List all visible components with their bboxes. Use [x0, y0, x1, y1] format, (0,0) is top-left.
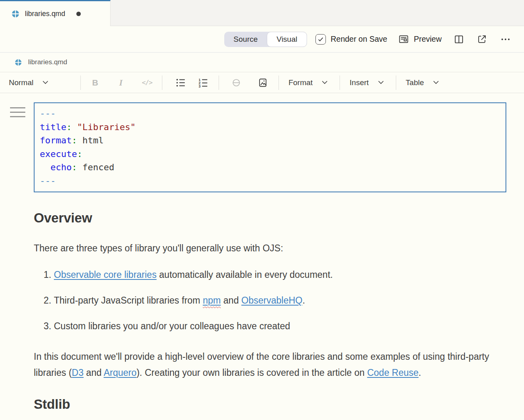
- image-button[interactable]: [258, 77, 268, 88]
- breadcrumb: libraries.qmd: [0, 53, 524, 72]
- drag-handle-icon[interactable]: [10, 107, 25, 120]
- yaml-line: echo: fenced: [40, 161, 500, 174]
- list-item: Third-party JavaScript libraries from np…: [54, 295, 506, 306]
- insert-menu[interactable]: Insert: [350, 78, 384, 87]
- italic-button[interactable]: I: [119, 77, 123, 88]
- text-run: and: [84, 367, 104, 378]
- inline-link[interactable]: Code Reuse: [367, 367, 419, 378]
- inline-link[interactable]: D3: [72, 367, 84, 378]
- numbered-list-button[interactable]: 123: [198, 77, 208, 88]
- yaml-code-block[interactable]: ---title: "Libraries"format: htmlexecute…: [34, 102, 506, 192]
- body-paragraph: In this document we'll provide a high-le…: [34, 349, 496, 381]
- open-external-icon: [477, 34, 487, 44]
- tab-title: libraries.qmd: [25, 10, 65, 18]
- link-button[interactable]: [231, 77, 242, 88]
- toolbar-divider: [219, 75, 219, 90]
- text-run: and: [221, 295, 241, 306]
- preview-icon: [398, 34, 409, 45]
- toolbar-divider: [80, 75, 81, 90]
- style-selector-label: Normal: [9, 78, 33, 87]
- ordered-list: Observable core libraries automatically …: [34, 269, 506, 332]
- text-run: Third-party JavaScript libraries from: [54, 295, 203, 306]
- open-external-button[interactable]: [477, 34, 487, 44]
- inline-link[interactable]: Arquero: [104, 367, 137, 378]
- list-item: Observable core libraries automatically …: [54, 269, 506, 280]
- quarto-icon: [11, 10, 20, 18]
- split-editor-icon: [454, 34, 464, 45]
- format-menu[interactable]: Format: [289, 78, 328, 87]
- editor-content: ---title: "Libraries"format: htmlexecute…: [0, 102, 524, 412]
- heading-stdlib: Stdlib: [34, 397, 506, 412]
- text-run: ). Creating your own libraries is covere…: [137, 367, 367, 378]
- toolbar-divider: [396, 75, 396, 90]
- text-run: automatically available in every documen…: [157, 269, 333, 280]
- source-visual-toggle: Source Visual: [224, 32, 307, 47]
- inline-link[interactable]: npm: [203, 295, 221, 306]
- list-item: Custom libraries you and/or your colleag…: [54, 321, 506, 332]
- chevron-down-icon: [378, 81, 384, 84]
- visual-mode-button[interactable]: Visual: [267, 32, 307, 47]
- yaml-line: execute:: [40, 147, 500, 161]
- format-toolbar: Normal B I </> 123: [0, 72, 524, 93]
- quarto-icon: [14, 59, 22, 66]
- link-chain-icon: [231, 77, 242, 88]
- render-on-save-checkbox[interactable]: [315, 34, 326, 45]
- bold-button[interactable]: B: [92, 78, 98, 88]
- split-editor-button[interactable]: [454, 34, 464, 45]
- tab-bar: libraries.qmd: [0, 0, 524, 26]
- inline-link[interactable]: ObservableHQ: [242, 295, 303, 306]
- table-menu-label: Table: [406, 78, 424, 87]
- insert-menu-label: Insert: [350, 78, 369, 87]
- yaml-front-matter: ---title: "Libraries"format: htmlexecute…: [34, 102, 506, 192]
- bullet-list-icon: [175, 77, 186, 88]
- yaml-line: ---: [40, 174, 500, 188]
- paragraph-style-selector[interactable]: Normal: [9, 78, 48, 87]
- breadcrumb-file-name[interactable]: libraries.qmd: [28, 58, 67, 66]
- spellcheck-underline: npm: [203, 295, 221, 306]
- bullet-list-button[interactable]: [175, 77, 186, 88]
- heading-overview: Overview: [34, 210, 506, 226]
- yaml-line: format: html: [40, 134, 500, 147]
- format-menu-label: Format: [289, 78, 313, 87]
- text-run: .: [419, 367, 421, 378]
- preview-label: Preview: [414, 35, 442, 44]
- yaml-line: title: "Libraries": [40, 120, 500, 134]
- preview-button[interactable]: Preview: [398, 34, 442, 45]
- checkmark-icon: [317, 36, 324, 43]
- chevron-down-icon: [43, 81, 48, 84]
- intro-paragraph: There are three types of library you'll …: [34, 243, 506, 254]
- svg-text:3: 3: [199, 84, 201, 88]
- ellipsis-icon: [500, 34, 511, 45]
- text-run: Custom libraries you and/or your colleag…: [54, 321, 290, 331]
- image-icon: [258, 77, 268, 88]
- more-actions-button[interactable]: [500, 34, 511, 45]
- numbered-list-icon: 123: [198, 77, 208, 88]
- tab-libraries-qmd[interactable]: libraries.qmd: [0, 0, 111, 26]
- code-button[interactable]: </>: [142, 79, 152, 86]
- render-on-save-label: Render on Save: [331, 35, 387, 44]
- inline-link[interactable]: Observable core libraries: [54, 269, 157, 280]
- text-run: .: [303, 295, 305, 306]
- toolbar-divider: [340, 75, 340, 90]
- source-mode-button[interactable]: Source: [224, 32, 267, 47]
- toolbar-divider: [278, 75, 279, 90]
- yaml-line: ---: [40, 107, 500, 120]
- chevron-down-icon: [433, 81, 439, 84]
- chevron-down-icon: [322, 81, 328, 84]
- editor-header-toolbar: Source Visual Render on Save Preview: [0, 26, 524, 53]
- table-menu[interactable]: Table: [406, 78, 439, 87]
- modified-dot-icon[interactable]: [76, 12, 81, 16]
- toolbar-divider: [162, 75, 162, 90]
